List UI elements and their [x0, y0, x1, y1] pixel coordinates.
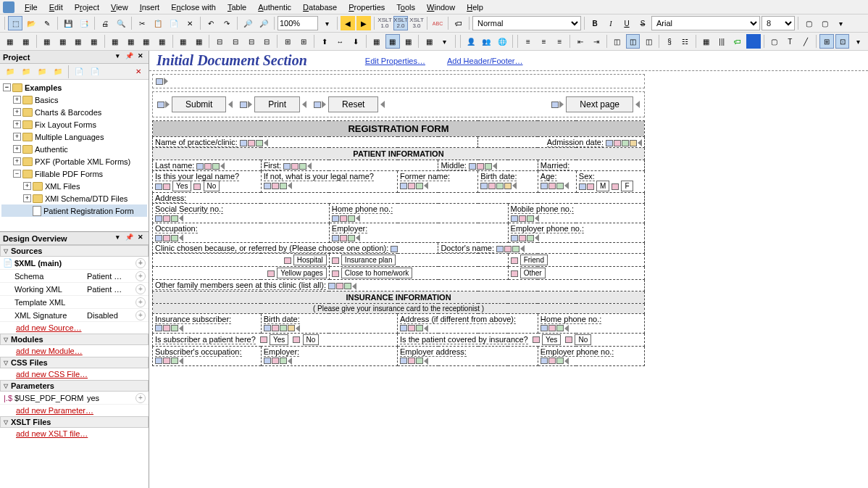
- tb-t1[interactable]: ▦: [3, 34, 17, 49]
- ov-source-row[interactable]: Working XMLPatient …+: [0, 283, 149, 296]
- tree-item[interactable]: +PXF (Portable XML Forms): [1, 155, 147, 168]
- tb-print[interactable]: 🖨: [98, 16, 112, 30]
- add-header-footer-link[interactable]: Add Header/Footer…: [447, 57, 523, 65]
- tb-split1[interactable]: ⊞: [280, 34, 295, 49]
- tree-item[interactable]: +XML Files: [1, 180, 147, 192]
- panel-menu-icon[interactable]: ▾: [112, 52, 122, 62]
- menu-file[interactable]: File: [19, 1, 43, 13]
- tb-more[interactable]: ▾: [833, 16, 848, 30]
- tb-join1[interactable]: ⊟: [212, 34, 227, 49]
- tb-t11[interactable]: ▦: [176, 34, 191, 49]
- add-icon[interactable]: +: [135, 284, 146, 294]
- tb-join2[interactable]: ⊟: [228, 34, 243, 49]
- proj-tb-2[interactable]: 📁: [19, 65, 33, 79]
- ov-source-row[interactable]: XML SignatureDisabled+: [0, 309, 149, 322]
- edit-properties-link[interactable]: Edit Properties…: [365, 57, 425, 65]
- add-xslt-link[interactable]: add new XSLT file…: [0, 428, 149, 439]
- tb-t5[interactable]: ▦: [71, 34, 85, 49]
- project-tree[interactable]: − Examples +Basics+Charts & Barcodes+Fix…: [0, 80, 149, 231]
- expander-icon[interactable]: −: [13, 170, 21, 178]
- tb-layout1[interactable]: ▢: [767, 34, 782, 49]
- proj-tb-4[interactable]: 📁: [51, 65, 65, 79]
- ov-xml-main[interactable]: 📄$XML (main)+: [0, 257, 149, 270]
- panel-menu-icon[interactable]: ▾: [112, 233, 122, 244]
- expander-icon[interactable]: +: [13, 120, 21, 128]
- menu-insert[interactable]: Insert: [134, 1, 166, 13]
- tb-more2[interactable]: ▾: [438, 34, 452, 49]
- tb-find[interactable]: 🔎: [241, 16, 255, 30]
- proj-tb-del[interactable]: ✕: [131, 65, 146, 79]
- tb-misc3[interactable]: ◫: [641, 34, 656, 49]
- tb-bold[interactable]: B: [588, 16, 602, 30]
- menu-window[interactable]: Window: [421, 1, 461, 13]
- proj-tb-6[interactable]: 📄: [88, 65, 102, 79]
- expander-icon[interactable]: +: [23, 182, 31, 190]
- menu-database[interactable]: Database: [297, 1, 343, 13]
- ov-param-row[interactable]: |.$$USE_PDF_FORMyes+: [0, 392, 149, 405]
- tb-text[interactable]: T: [783, 34, 797, 49]
- add-icon[interactable]: +: [135, 258, 146, 268]
- menu-help[interactable]: Help: [461, 1, 489, 13]
- ov-params-hdr[interactable]: ▽Parameters: [0, 380, 149, 392]
- zoom-combo[interactable]: [277, 16, 318, 30]
- tb-preview[interactable]: 🔍: [114, 16, 128, 30]
- tb-undo[interactable]: ↶: [204, 16, 218, 30]
- tb-user[interactable]: 👤: [464, 34, 478, 49]
- add-source-link[interactable]: add new Source…: [0, 322, 149, 334]
- tree-item[interactable]: +XMl Schema/DTD Files: [1, 192, 147, 204]
- ov-source-row[interactable]: Template XML+: [0, 296, 149, 309]
- submit-button[interactable]: Submit: [172, 96, 226, 112]
- tb-delete[interactable]: ✕: [183, 16, 197, 30]
- tb-t12[interactable]: ▦: [191, 34, 206, 49]
- panel-pin-icon[interactable]: 📌: [124, 52, 134, 62]
- tb-save[interactable]: 💾: [61, 16, 75, 30]
- tb-xslt30[interactable]: XSLT 3.0: [409, 16, 424, 30]
- tree-item[interactable]: +Charts & Barcodes: [1, 106, 147, 118]
- tb-t3[interactable]: ▦: [40, 34, 54, 49]
- tb-join4[interactable]: ⊟: [259, 34, 274, 49]
- size-combo[interactable]: 8: [761, 16, 795, 30]
- tb-edit[interactable]: ✎: [40, 16, 54, 30]
- add-icon[interactable]: +: [135, 271, 146, 281]
- tb-underline[interactable]: U: [619, 16, 634, 30]
- tb-t10[interactable]: ▦: [155, 34, 170, 49]
- design-canvas[interactable]: Initial Document Section Edit Properties…: [149, 51, 868, 488]
- tree-root[interactable]: − Examples: [1, 81, 147, 94]
- tb-pointer[interactable]: ⬚: [8, 16, 22, 30]
- ov-xslt-hdr[interactable]: ▽XSLT Files: [0, 416, 149, 428]
- tb-cut[interactable]: ✂: [135, 16, 149, 30]
- tb-list[interactable]: ☷: [678, 34, 693, 49]
- tree-item[interactable]: +Fix Layout Forms: [1, 118, 147, 131]
- tb-fgcolor[interactable]: ▢: [801, 16, 816, 30]
- tb-findnext[interactable]: 🔎: [256, 16, 271, 30]
- tb-open[interactable]: 📂: [24, 16, 38, 30]
- add-icon[interactable]: +: [135, 297, 146, 307]
- tb-line[interactable]: ╱: [798, 34, 813, 49]
- tb-users[interactable]: 👥: [480, 34, 494, 49]
- zoom-dropdown[interactable]: ▾: [320, 16, 334, 30]
- tb-valbot[interactable]: ⬇: [349, 34, 363, 49]
- tb-indent1[interactable]: ⇤: [573, 34, 588, 49]
- tb-indent2[interactable]: ⇥: [589, 34, 604, 49]
- tb-sect[interactable]: §: [662, 34, 677, 49]
- ov-sources-hdr[interactable]: ▽Sources: [0, 245, 149, 257]
- menu-enclose[interactable]: Enclose with: [165, 1, 222, 13]
- proj-tb-3[interactable]: 📁: [35, 65, 49, 79]
- tb-t7[interactable]: ▦: [108, 34, 122, 49]
- tb-spellcheck[interactable]: ABC: [430, 16, 445, 30]
- style-combo[interactable]: Normal: [472, 16, 581, 30]
- proj-tb-5[interactable]: 📄: [72, 65, 86, 79]
- tb-grid2[interactable]: ▦: [385, 34, 400, 49]
- expander-icon[interactable]: +: [13, 108, 21, 116]
- tb-t6[interactable]: ▦: [87, 34, 101, 49]
- tb-t8[interactable]: ▦: [123, 34, 138, 49]
- tb-al-center[interactable]: ≡: [537, 34, 551, 49]
- expander-icon[interactable]: +: [13, 96, 21, 104]
- tb-xslt20[interactable]: XSLT 2.0: [393, 16, 408, 30]
- panel-close-icon[interactable]: ✕: [135, 52, 146, 62]
- tb-grid3[interactable]: ▦: [401, 34, 416, 49]
- menu-properties[interactable]: Properties: [343, 1, 391, 13]
- expander-icon[interactable]: +: [13, 133, 21, 141]
- tb-al-left[interactable]: ≡: [521, 34, 535, 49]
- tb-web[interactable]: 🌐: [495, 34, 509, 49]
